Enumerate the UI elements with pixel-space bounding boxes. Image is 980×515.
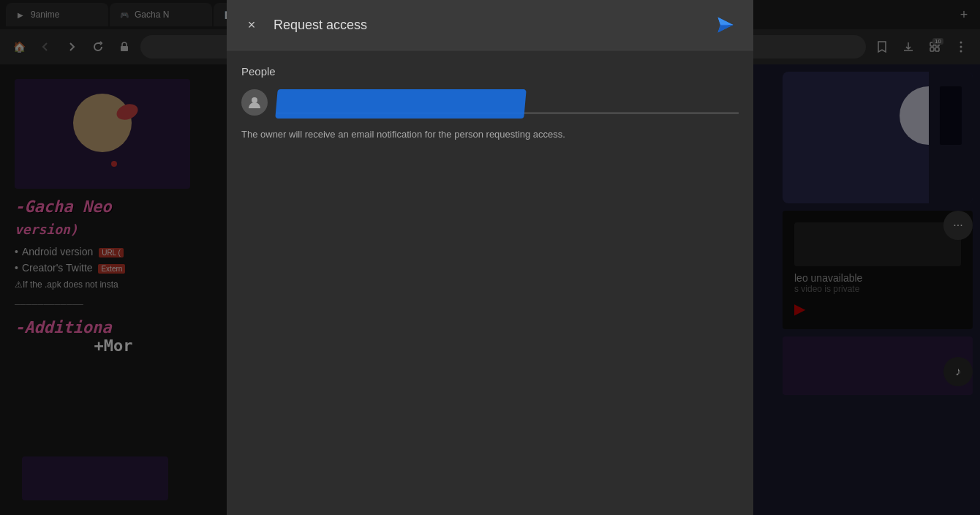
modal-header: × Request access bbox=[227, 0, 753, 50]
svg-point-12 bbox=[252, 97, 257, 103]
svg-marker-9 bbox=[718, 18, 734, 26]
notification-text: The owner will receive an email notifica… bbox=[241, 127, 739, 142]
modal-send-button[interactable] bbox=[712, 12, 739, 38]
modal-close-button[interactable]: × bbox=[241, 15, 262, 35]
modal-overlay[interactable]: × Request access People bbox=[0, 0, 980, 515]
request-access-modal: × Request access People bbox=[227, 0, 753, 515]
people-section-label: People bbox=[241, 65, 739, 78]
redacted-email-overlay bbox=[275, 89, 526, 119]
modal-title: Request access bbox=[274, 18, 701, 33]
svg-marker-10 bbox=[718, 25, 734, 33]
modal-body: People The owner will receive an email n… bbox=[227, 50, 753, 515]
user-avatar bbox=[241, 89, 268, 116]
people-input-row bbox=[241, 89, 739, 116]
